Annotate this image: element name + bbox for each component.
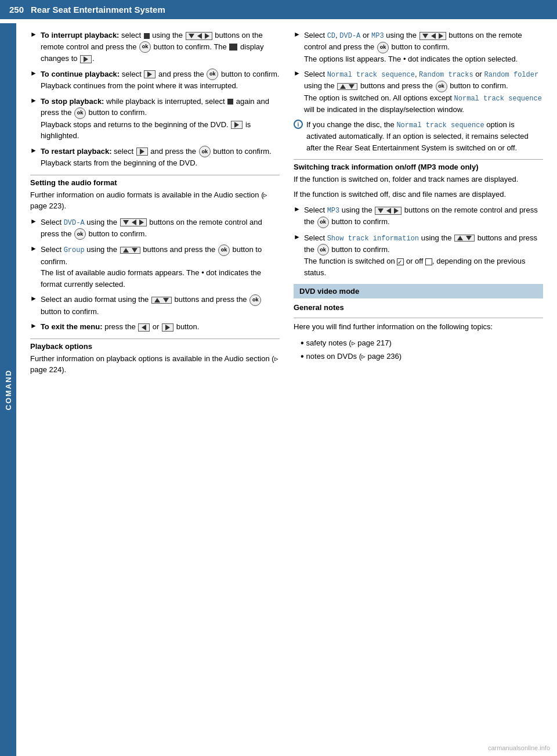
mp3-text: MP3 bbox=[371, 32, 384, 40]
nav-ud2 bbox=[337, 83, 357, 90]
bullet-arrow-icon: ► bbox=[30, 96, 37, 105]
bullet-po1-content: Select CD, DVD-A or MP3 using the button… bbox=[304, 30, 543, 64]
bullet-af2: ► Select Group using the buttons and pre… bbox=[30, 244, 280, 290]
play-highlight-icon bbox=[231, 121, 243, 129]
right-column: ► Select CD, DVD-A or MP3 using the butt… bbox=[294, 30, 543, 380]
bullet-arrow-icon: ► bbox=[30, 146, 37, 154]
cd-text: CD bbox=[327, 32, 335, 40]
bullet-stop: ► To stop playback: while playback is in… bbox=[30, 96, 280, 142]
bullet-arrow-icon: ► bbox=[30, 217, 37, 225]
bullet-af3: ► Select an audio format using the butto… bbox=[30, 294, 280, 317]
ok-btn: ok bbox=[436, 81, 447, 92]
arrow-down-icon bbox=[422, 34, 428, 38]
dvd-banner: DVD video mode bbox=[294, 284, 543, 298]
play-icon bbox=[80, 55, 92, 63]
arrow-left-icon bbox=[132, 219, 136, 225]
playback-options-intro: Further information on playback options … bbox=[30, 353, 280, 376]
bullet-arrow-icon: ► bbox=[30, 244, 37, 253]
ok-btn: ok bbox=[317, 217, 329, 228]
arrow-right-icon bbox=[439, 33, 443, 39]
info-icon: i bbox=[294, 120, 303, 129]
arrow-up-icon bbox=[123, 248, 129, 253]
play-restart-icon bbox=[136, 147, 148, 156]
exit-menu-label: To exit the menu: bbox=[41, 322, 103, 331]
bullet-af3-content: Select an audio format using the buttons… bbox=[41, 294, 280, 317]
page-number: 250 bbox=[9, 5, 24, 15]
right-btn bbox=[162, 323, 173, 332]
arrow-down-icon bbox=[466, 236, 472, 240]
arrow-down-icon bbox=[349, 84, 355, 89]
bullet-exit-menu: ► To exit the menu: press the or button. bbox=[30, 321, 280, 333]
sidebar: COMAND bbox=[0, 23, 16, 756]
arrow-right-icon bbox=[205, 33, 209, 39]
continue-label: To continue playback: bbox=[41, 70, 120, 78]
ok-btn: ok bbox=[218, 244, 230, 256]
bullet-arrow-icon: ► bbox=[294, 233, 301, 241]
divider-dvd bbox=[294, 318, 543, 318]
play-btn bbox=[144, 70, 155, 78]
checkbox-empty-icon bbox=[425, 258, 432, 265]
divider-playback bbox=[30, 339, 280, 339]
track-info-intro2: If the function is switched off, disc an… bbox=[294, 189, 543, 200]
arrow-down-icon bbox=[132, 248, 138, 253]
ok-btn: ok bbox=[74, 107, 86, 119]
stop-icon bbox=[227, 99, 233, 105]
dvda-text2: DVD-A bbox=[339, 32, 360, 40]
normal-track-text: Normal track sequence bbox=[327, 71, 415, 79]
bullet-arrow-icon: ► bbox=[30, 322, 37, 330]
normal-track-text2: Normal track sequence bbox=[454, 95, 542, 103]
track-info-heading: Switching track information on/off (MP3 … bbox=[294, 163, 543, 171]
pause-icon bbox=[229, 44, 237, 51]
bullet-arrow-icon: ► bbox=[30, 30, 37, 38]
group-text: Group bbox=[64, 246, 85, 254]
bullet-continue-content: To continue playback: select and press t… bbox=[41, 69, 280, 92]
sidebar-label: COMAND bbox=[4, 369, 13, 411]
bullet-stop-content: To stop playback: while playback is inte… bbox=[41, 96, 280, 142]
bullet-ti1-content: Select MP3 using the buttons on the remo… bbox=[304, 204, 543, 228]
dvda-text: DVD-A bbox=[64, 219, 85, 227]
playback-options-heading: Playback options bbox=[30, 342, 280, 351]
bullet-arrow-icon: ► bbox=[30, 69, 37, 77]
bullet-af1: ► Select DVD-A using the buttons on the … bbox=[30, 217, 280, 240]
arrow-down-icon bbox=[163, 298, 169, 303]
divider-track-info bbox=[294, 159, 543, 160]
nav-group-ud bbox=[120, 247, 140, 254]
arrow-right-icon bbox=[394, 208, 399, 214]
bullet-restart: ► To restart playback: select and press … bbox=[30, 146, 280, 169]
track-info-intro1: If the function is switched on, folder a… bbox=[294, 174, 543, 185]
bullet-arrow-icon: ► bbox=[30, 294, 37, 303]
random-tracks-text: Random tracks bbox=[419, 71, 473, 79]
ok-button: ok bbox=[139, 41, 151, 53]
arrow-left-icon bbox=[197, 33, 202, 39]
nav-group-dvl3 bbox=[419, 32, 446, 40]
arrow-right-icon bbox=[139, 219, 144, 225]
dvd-intro: Here you will find further information o… bbox=[294, 321, 543, 333]
nav-ud3 bbox=[454, 235, 475, 242]
divider-audio bbox=[30, 175, 280, 175]
play-icon-restart bbox=[140, 149, 144, 154]
stop-label: To stop playback: bbox=[41, 97, 104, 106]
bullet-arrow-icon: ► bbox=[294, 69, 301, 77]
bullet-interrupt: ► To interrupt playback: select using th… bbox=[30, 30, 280, 64]
dot-item-safety: • safety notes (▹ page 217) bbox=[301, 337, 543, 349]
nav-group-dvl4 bbox=[375, 207, 402, 215]
dot-icon: • bbox=[301, 337, 304, 348]
page-title: Rear Seat Entertainment System bbox=[31, 5, 165, 15]
ok-btn: ok bbox=[377, 42, 389, 53]
content-wrapper: ► To interrupt playback: select using th… bbox=[16, 19, 557, 391]
ok-btn: ok bbox=[249, 294, 261, 306]
bullet-arrow-icon: ► bbox=[294, 30, 301, 38]
bullet-arrow-icon: ► bbox=[294, 205, 301, 213]
show-track-info-text: Show track information bbox=[327, 235, 419, 243]
bullet-af2-content: Select Group using the buttons and press… bbox=[41, 244, 280, 290]
arrow-left-icon bbox=[142, 325, 146, 330]
page-header: 250 Rear Seat Entertainment System bbox=[0, 0, 557, 19]
bullet-restart-content: To restart playback: select and press th… bbox=[41, 146, 280, 169]
left-btn bbox=[138, 323, 150, 332]
bullet-exit-content: To exit the menu: press the or button. bbox=[41, 321, 280, 333]
ok-btn: ok bbox=[199, 146, 211, 157]
left-column: ► To interrupt playback: select using th… bbox=[30, 30, 280, 380]
dot-dvds-text: notes on DVDs (▹ page 236) bbox=[306, 351, 402, 362]
bullet-ti2-content: Select Show track information using the … bbox=[304, 232, 543, 279]
arrow-down-icon bbox=[189, 34, 194, 38]
